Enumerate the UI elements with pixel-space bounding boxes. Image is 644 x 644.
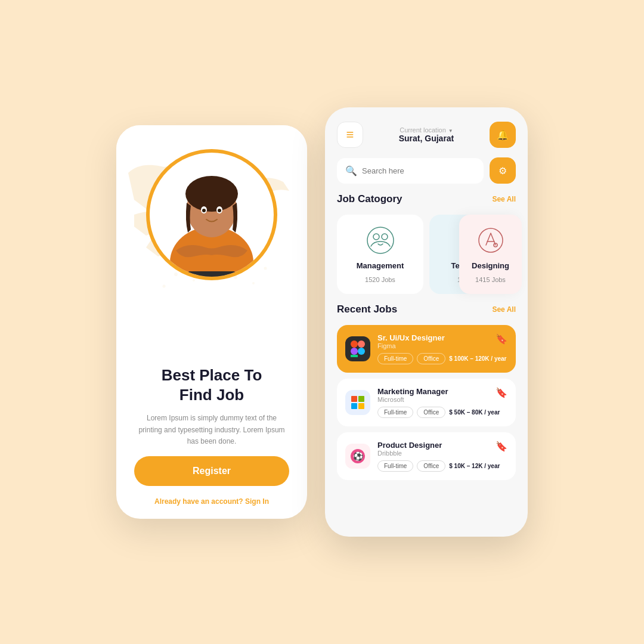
designing-count: 1415 Jobs — [475, 276, 506, 283]
city-name: Surat, Gujarat — [399, 134, 454, 143]
recent-jobs-title: Recent Jobs — [337, 304, 397, 315]
management-icon — [366, 225, 395, 255]
drib-tag-office: Office — [417, 460, 445, 472]
app-container: Best Place ToFind Job Lorem Ipsum is sim… — [80, 72, 564, 572]
figma-job-tags: Full-time Office $ 100K – 120K / year — [377, 353, 507, 364]
search-bar: 🔍 ⚙ — [337, 157, 516, 184]
bell-icon — [497, 129, 509, 141]
signin-prompt: Already have an account? Sign In — [154, 497, 269, 506]
right-phone: Current location Surat, Gujarat 🔍 ⚙ Job … — [325, 107, 528, 537]
svg-rect-33 — [351, 355, 358, 357]
dribbble-salary: $ 10K – 12K / year — [449, 463, 500, 469]
notification-button[interactable] — [490, 122, 516, 148]
search-magnify-icon: 🔍 — [345, 165, 357, 177]
svg-point-34 — [358, 348, 365, 355]
menu-button[interactable] — [337, 122, 363, 148]
left-phone: Best Place ToFind Job Lorem Ipsum is sim… — [116, 125, 307, 519]
figma-company: Figma — [377, 342, 507, 349]
location-info: Current location Surat, Gujarat — [399, 126, 454, 143]
svg-rect-14 — [188, 271, 236, 278]
dribbble-job-tags: Full-time Office $ 10K – 12K / year — [377, 460, 507, 472]
microsoft-logo — [345, 390, 370, 415]
bookmark-icon-dribbble[interactable]: 🔖 — [496, 441, 507, 452]
search-input[interactable] — [362, 166, 475, 175]
location-label: Current location — [399, 126, 454, 134]
job-card-microsoft[interactable]: Marketing Manager Microsoft Full-time Of… — [337, 379, 516, 426]
svg-point-17 — [382, 234, 388, 240]
category-card-management[interactable]: Management 1520 Jobs — [337, 215, 423, 294]
svg-point-13 — [218, 209, 221, 212]
microsoft-company: Microsoft — [377, 396, 507, 403]
svg-rect-32 — [351, 348, 358, 355]
dribbble-job-info: Product Designer Dribbble Full-time Offi… — [377, 441, 507, 472]
svg-point-28 — [479, 228, 503, 252]
category-title: Job Catogory — [337, 193, 402, 205]
svg-point-2 — [163, 285, 166, 288]
bookmark-icon-figma[interactable]: 🔖 — [496, 333, 507, 345]
dribbble-icon: ⚽ — [353, 451, 363, 461]
recent-see-all[interactable]: See All — [492, 305, 516, 314]
svg-point-0 — [174, 273, 178, 276]
dribbble-logo: ⚽ — [345, 444, 370, 469]
recent-jobs-list: Sr. Ui/Ux Designer Figma Full-time Offic… — [337, 325, 516, 480]
management-name: Management — [357, 261, 404, 270]
hamburger-icon — [346, 127, 354, 143]
figma-job-title: Sr. Ui/Ux Designer — [377, 333, 507, 342]
job-card-dribbble[interactable]: ⚽ Product Designer Dribbble Full-time Of… — [337, 432, 516, 480]
svg-point-6 — [264, 267, 267, 270]
microsoft-job-tags: Full-time Office $ 50K – 80K / year — [377, 407, 507, 418]
svg-point-15 — [367, 227, 394, 253]
category-cards: Management 1520 Jobs — [337, 215, 516, 294]
svg-point-1 — [193, 279, 195, 281]
design-icon — [476, 225, 506, 255]
subtext: Lorem Ipsum is simply dummy text of the … — [134, 413, 289, 447]
figma-salary: $ 100K – 120K / year — [449, 355, 506, 362]
filter-button[interactable]: ⚙ — [490, 157, 516, 184]
job-card-figma[interactable]: Sr. Ui/Ux Designer Figma Full-time Offic… — [337, 325, 516, 373]
microsoft-job-title: Marketing Manager — [377, 387, 507, 396]
microsoft-job-info: Marketing Manager Microsoft Full-time Of… — [377, 387, 507, 418]
svg-point-16 — [373, 234, 379, 240]
figma-job-info: Sr. Ui/Ux Designer Figma Full-time Offic… — [377, 333, 507, 364]
ms-tag-office: Office — [417, 407, 445, 418]
job-tag-fulltime: Full-time — [377, 353, 413, 364]
filter-icon: ⚙ — [499, 165, 507, 177]
category-see-all[interactable]: See All — [492, 195, 516, 203]
designing-name: Designing — [472, 261, 509, 270]
ms-tag-fulltime: Full-time — [377, 407, 413, 418]
management-count: 1520 Jobs — [365, 276, 395, 283]
category-section-header: Job Catogory See All — [337, 193, 516, 205]
left-phone-text-area: Best Place ToFind Job Lorem Ipsum is sim… — [116, 366, 307, 447]
svg-rect-31 — [358, 340, 365, 348]
svg-point-12 — [202, 209, 206, 212]
signin-link[interactable]: Sign In — [245, 497, 269, 506]
register-button[interactable]: Register — [134, 456, 289, 486]
category-card-designing[interactable]: Designing 1415 Jobs — [459, 215, 522, 294]
figma-logo — [345, 336, 370, 361]
profile-circle — [146, 149, 277, 280]
microsoft-salary: $ 50K – 80K / year — [449, 409, 500, 416]
svg-point-5 — [252, 282, 255, 284]
svg-rect-30 — [351, 340, 358, 348]
chevron-down-icon — [448, 126, 453, 134]
bookmark-icon-microsoft[interactable]: 🔖 — [496, 387, 507, 398]
headline: Best Place ToFind Job — [134, 366, 289, 404]
search-input-wrap[interactable]: 🔍 — [337, 158, 484, 184]
dribbble-company: Dribbble — [377, 450, 507, 457]
job-tag-office: Office — [417, 353, 445, 364]
svg-point-9 — [185, 176, 238, 212]
dribbble-job-title: Product Designer — [377, 441, 507, 450]
recent-jobs-header: Recent Jobs See All — [337, 304, 516, 315]
phone-header: Current location Surat, Gujarat — [337, 122, 516, 148]
drib-tag-fulltime: Full-time — [377, 460, 413, 472]
